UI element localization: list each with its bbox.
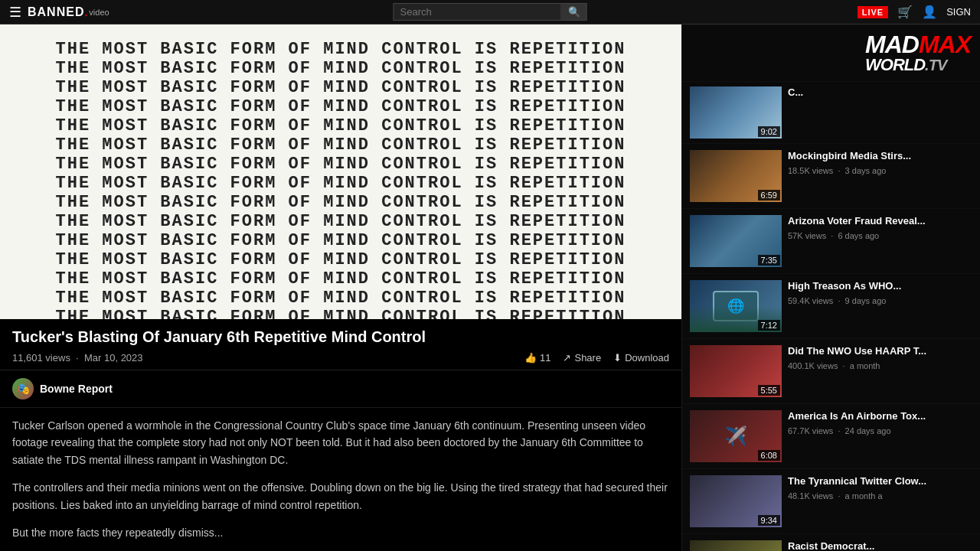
sidebar-views-3: 59.4K views <box>788 296 833 305</box>
description-paragraph-1: Tucker Carlson opened a wormhole in the … <box>12 417 669 468</box>
content-area: THE MOST BASIC FORM OF MIND CONTROL IS R… <box>0 24 681 551</box>
sidebar-duration-1: 6:59 <box>758 190 780 201</box>
mc-line-13: THE MOST BASIC FORM OF MIND CONTROL IS R… <box>8 269 674 289</box>
video-description: Tucker Carlson opened a wormhole in the … <box>0 408 681 551</box>
mc-line-7: THE MOST BASIC FORM OF MIND CONTROL IS R… <box>8 155 674 174</box>
madmax-logo-text: MADMAX WORLD.TV <box>865 32 971 73</box>
sidebar-when-3: 9 days ago <box>845 296 887 305</box>
video-info-row: 11,601 views · Mar 10, 2023 👍 11 ↗ Share… <box>12 352 669 364</box>
sidebar-thumb-6: 9:34 <box>690 475 782 527</box>
sidebar-thumb-4: 5:55 <box>690 345 782 397</box>
mc-line-1: THE MOST BASIC FORM OF MIND CONTROL IS R… <box>8 40 674 59</box>
main-layout: THE MOST BASIC FORM OF MIND CONTROL IS R… <box>0 24 980 551</box>
sidebar-views-4: 400.1K views <box>788 361 838 370</box>
sidebar-info-2: Arizona Voter Fraud Reveal... 57K views … <box>788 215 972 267</box>
sidebar-thumb-2: 7:35 <box>690 215 782 267</box>
header: ☰ BANNED.video 🔍 LIVE 🛒 👤 SIGN <box>0 0 980 24</box>
mc-line-12: THE MOST BASIC FORM OF MIND CONTROL IS R… <box>8 250 674 269</box>
sidebar-thumb-img-7: 🎤 <box>690 540 782 551</box>
sidebar-item-3[interactable]: 🌐 7:12 High Treason As WHO... 59.4K view… <box>682 274 980 339</box>
mc-line-3: THE MOST BASIC FORM OF MIND CONTROL IS R… <box>8 78 674 97</box>
mc-line-10: THE MOST BASIC FORM OF MIND CONTROL IS R… <box>8 212 674 231</box>
description-paragraph-3: But the more facts they repeatedly dismi… <box>12 524 669 541</box>
header-left: ☰ BANNED.video <box>9 4 109 21</box>
sidebar-info-1: Mockingbird Media Stirs... 18.5K views ·… <box>788 150 972 202</box>
header-right: LIVE 🛒 👤 SIGN <box>858 5 971 19</box>
sidebar-item-5[interactable]: ✈️ 6:08 America Is An Airborne Tox... 67… <box>682 404 980 469</box>
sidebar-title-7: Racist Democrat... <box>788 540 972 551</box>
sidebar-title-2: Arizona Voter Fraud Reveal... <box>788 215 972 228</box>
user-icon[interactable]: 👤 <box>922 5 937 19</box>
sidebar-views-5: 67.7K views <box>788 426 833 435</box>
avatar: 🎭 <box>12 378 34 399</box>
sidebar-meta-3: 59.4K views · 9 days ago <box>788 296 972 305</box>
sidebar-info-6: The Tyrannical Twitter Clow... 48.1K vie… <box>788 475 972 527</box>
sidebar-item-4[interactable]: 5:55 Did The NWO Use HAARP T... 400.1K v… <box>682 339 980 404</box>
sign-in-button[interactable]: SIGN <box>946 6 971 18</box>
sidebar-info-7: Racist Democrat... 19.2K views · 17 days… <box>788 540 972 551</box>
sidebar-duration-6: 9:34 <box>758 515 780 526</box>
sidebar-title-0: C... <box>788 86 972 99</box>
mc-line-6: THE MOST BASIC FORM OF MIND CONTROL IS R… <box>8 135 674 155</box>
madmax-logo[interactable]: MADMAX WORLD.TV <box>682 24 980 82</box>
like-button[interactable]: 👍 11 <box>524 352 550 364</box>
live-badge[interactable]: LIVE <box>858 6 888 18</box>
sidebar-when-5: 24 days ago <box>845 426 891 435</box>
sidebar-duration-2: 7:35 <box>758 255 780 266</box>
share-button[interactable]: ↗ Share <box>563 352 601 364</box>
search-container: 🔍 <box>394 3 587 21</box>
sidebar-title-6: The Tyrannical Twitter Clow... <box>788 475 972 488</box>
sidebar-info-4: Did The NWO Use HAARP T... 400.1K views … <box>788 345 972 397</box>
logo-video-text: video <box>89 8 109 17</box>
logo-banned-text: BANNED <box>28 5 84 19</box>
sidebar-meta-5: 67.7K views · 24 days ago <box>788 426 972 435</box>
sidebar-meta-2: 57K views · 6 days ago <box>788 231 972 240</box>
sidebar-item-1[interactable]: 6:59 Mockingbird Media Stirs... 18.5K vi… <box>682 144 980 209</box>
description-paragraph-2: The controllers and their media minions … <box>12 479 669 514</box>
sidebar-thumb-1: 6:59 <box>690 150 782 202</box>
video-meta: Tucker's Blasting Of January 6th Repetit… <box>0 319 681 370</box>
search-button[interactable]: 🔍 <box>562 3 587 21</box>
sidebar-duration-5: 6:08 <box>758 450 780 461</box>
share-label: Share <box>574 352 601 364</box>
cart-icon[interactable]: 🛒 <box>897 5 913 19</box>
logo-dot: . <box>84 6 87 18</box>
download-label: Download <box>625 352 669 364</box>
sidebar-info-0: C... <box>788 86 972 139</box>
sidebar-meta-6: 48.1K views · a month a <box>788 491 972 500</box>
sidebar-when-1: 3 days ago <box>845 166 887 175</box>
publish-date: Mar 10, 2023 <box>84 352 143 364</box>
video-frame[interactable]: THE MOST BASIC FORM OF MIND CONTROL IS R… <box>0 24 681 319</box>
video-actions: 👍 11 ↗ Share ⬇ Download <box>524 352 669 364</box>
sidebar-when-2: 6 days ago <box>838 231 879 240</box>
thumbs-up-icon: 👍 <box>524 352 537 364</box>
mc-line-5: THE MOST BASIC FORM OF MIND CONTROL IS R… <box>8 116 674 135</box>
mc-line-2: THE MOST BASIC FORM OF MIND CONTROL IS R… <box>8 59 674 78</box>
sidebar-meta-4: 400.1K views · a month <box>788 361 972 370</box>
sidebar-thumb-5: ✈️ 6:08 <box>690 410 782 462</box>
sidebar-views-2: 57K views <box>788 231 826 240</box>
sidebar-meta-1: 18.5K views · 3 days ago <box>788 166 972 175</box>
mc-line-15: THE MOST BASIC FORM OF MIND CONTROL IS R… <box>8 308 674 319</box>
madmax-tv: .TV <box>925 57 946 73</box>
sidebar-item-0[interactable]: 9:02 C... <box>682 82 980 144</box>
sidebar-title-1: Mockingbird Media Stirs... <box>788 150 972 163</box>
madmax-mad: MAD <box>865 31 919 58</box>
channel-name[interactable]: Bowne Report <box>40 383 113 395</box>
sidebar-title-3: High Treason As WHO... <box>788 280 972 293</box>
sidebar-title-5: America Is An Airborne Tox... <box>788 410 972 423</box>
download-button[interactable]: ⬇ Download <box>613 352 669 364</box>
hamburger-menu-icon[interactable]: ☰ <box>9 4 21 21</box>
sidebar-item-2[interactable]: 7:35 Arizona Voter Fraud Reveal... 57K v… <box>682 209 980 274</box>
sidebar: MADMAX WORLD.TV 9:02 C... 6:59 Mockingbi… <box>681 24 980 551</box>
sidebar-when-4: a month <box>850 361 880 370</box>
sidebar-item-7[interactable]: 🎤 6:33 Racist Democrat... 19.2K views · … <box>682 534 980 551</box>
video-thumbnail: THE MOST BASIC FORM OF MIND CONTROL IS R… <box>0 24 681 319</box>
video-stats: 11,601 views · Mar 10, 2023 <box>12 352 143 364</box>
search-input[interactable] <box>394 3 562 21</box>
sidebar-item-6[interactable]: 9:34 The Tyrannical Twitter Clow... 48.1… <box>682 469 980 534</box>
site-logo[interactable]: BANNED.video <box>28 5 109 19</box>
sidebar-title-4: Did The NWO Use HAARP T... <box>788 345 972 358</box>
sidebar-duration-4: 5:55 <box>758 385 780 396</box>
sidebar-duration-3: 7:12 <box>758 320 780 331</box>
